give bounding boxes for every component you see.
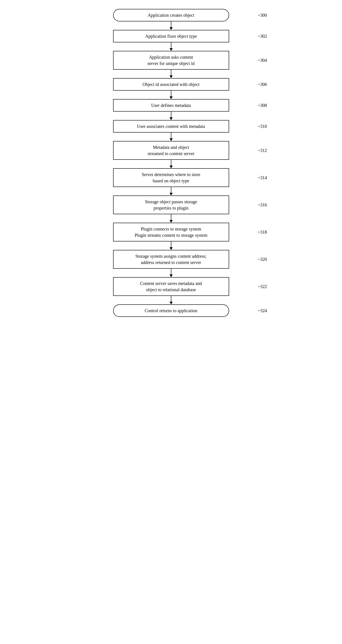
flow-arrow-9 — [170, 214, 173, 223]
node-wrapper-step-310: User associates content with metadata~31… — [93, 120, 249, 132]
ref-step-310: ~310 — [258, 124, 267, 129]
flow-arrow-2 — [170, 42, 173, 51]
node-wrapper-step-304: Application asks contentserver for uniqu… — [93, 51, 249, 70]
node-wrapper-step-308: User defines metadata~308 — [93, 99, 249, 112]
ref-step-314: ~314 — [258, 175, 267, 180]
ref-step-306: ~306 — [258, 82, 267, 87]
node-wrapper-step-322: Content server saves metadata andobject … — [93, 277, 249, 296]
ref-step-316: ~316 — [258, 202, 267, 208]
node-wrapper-step-302: Application fixes object type~302 — [93, 30, 249, 42]
ref-step-308: ~308 — [258, 103, 267, 108]
node-wrapper-step-316: Storage object passes storageproperties … — [93, 196, 249, 214]
ref-step-302: ~302 — [258, 34, 267, 39]
step-314: Server determines where to storebased on… — [113, 168, 229, 187]
ref-step-300: ~300 — [258, 13, 267, 18]
node-wrapper-step-312: Metadata and objectstreamed to content s… — [93, 141, 249, 160]
step-320: Storage system assigns content address;a… — [113, 250, 229, 269]
step-302: Application fixes object type — [113, 30, 229, 42]
step-304: Application asks contentserver for uniqu… — [113, 51, 229, 70]
step-312: Metadata and objectstreamed to content s… — [113, 141, 229, 160]
node-wrapper-step-324: Control returns to application~324 — [93, 304, 249, 317]
step-310: User associates content with metadata — [113, 120, 229, 132]
ref-step-318: ~318 — [258, 230, 267, 235]
ref-step-312: ~312 — [258, 148, 267, 153]
node-wrapper-step-318: Plugin connects to storage systemPlugin … — [93, 223, 249, 242]
flow-arrow-3 — [170, 70, 173, 78]
step-308: User defines metadata — [113, 99, 229, 112]
flow-arrow-11 — [170, 269, 173, 277]
flow-arrow-12 — [170, 296, 173, 304]
flow-arrow-1 — [170, 22, 173, 30]
step-324: Control returns to application — [113, 304, 229, 317]
node-wrapper-step-300: Application creates object~300 — [93, 9, 249, 22]
step-306: Object id associated with object — [113, 78, 229, 90]
flow-arrow-6 — [170, 132, 173, 141]
step-322: Content server saves metadata andobject … — [113, 277, 229, 296]
flow-arrow-4 — [170, 90, 173, 99]
node-wrapper-step-320: Storage system assigns content address;a… — [93, 250, 249, 269]
node-wrapper-step-306: Object id associated with object~306 — [93, 78, 249, 90]
flow-arrow-10 — [170, 242, 173, 250]
ref-step-320: ~320 — [258, 257, 267, 262]
step-300: Application creates object — [113, 9, 229, 22]
flow-arrow-7 — [170, 160, 173, 168]
step-316: Storage object passes storageproperties … — [113, 196, 229, 214]
ref-step-324: ~324 — [258, 308, 267, 313]
ref-step-304: ~304 — [258, 58, 267, 63]
step-318: Plugin connects to storage systemPlugin … — [113, 223, 229, 242]
flow-arrow-8 — [170, 187, 173, 196]
node-wrapper-step-314: Server determines where to storebased on… — [93, 168, 249, 187]
flowchart: Application creates object~300Applicatio… — [93, 9, 249, 635]
flow-arrow-5 — [170, 112, 173, 120]
ref-step-322: ~322 — [258, 284, 267, 289]
